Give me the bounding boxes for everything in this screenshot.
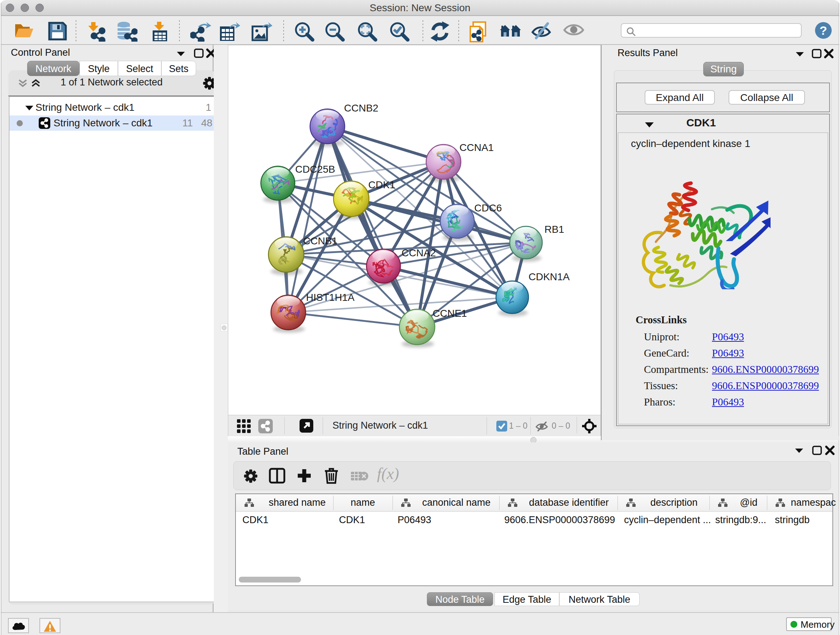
svg-text:CDKN1A: CDKN1A [529,271,570,282]
svg-text:?: ? [820,24,827,37]
svg-text:HIST1H1A: HIST1H1A [306,292,355,303]
svg-text:RB1: RB1 [545,224,564,235]
svg-text:CDK1: CDK1 [368,179,395,190]
svg-text:CCNE1: CCNE1 [433,308,467,319]
svg-text:CCNA2: CCNA2 [401,247,436,258]
svg-text:CDC25B: CDC25B [295,164,335,175]
svg-text:CDC6: CDC6 [474,203,502,214]
svg-text:CCNB2: CCNB2 [344,103,378,114]
svg-text:CCNB1: CCNB1 [303,235,338,247]
svg-text:CCNA1: CCNA1 [459,142,494,153]
